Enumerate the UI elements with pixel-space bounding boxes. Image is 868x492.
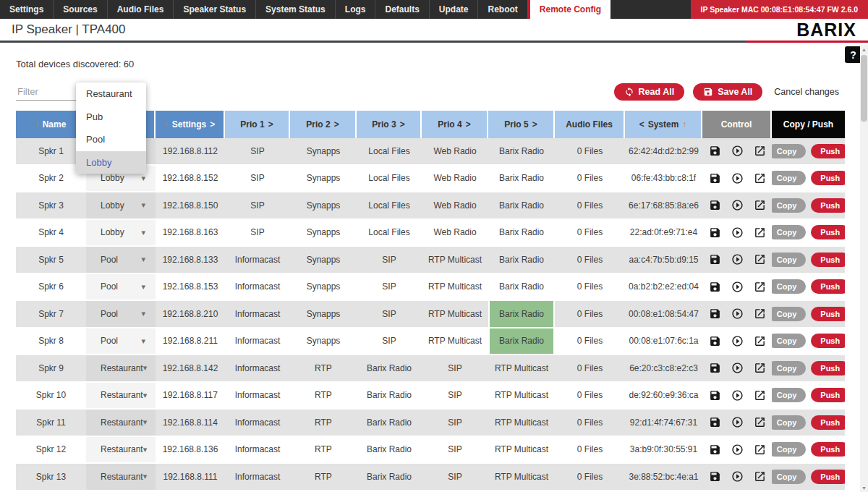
- copy-button[interactable]: Copy: [772, 470, 806, 484]
- row-save-button[interactable]: [709, 253, 721, 266]
- column-header-prio-2[interactable]: Prio 2>: [290, 111, 357, 138]
- row-save-button[interactable]: [709, 308, 721, 320]
- save-all-button[interactable]: Save All: [693, 83, 762, 101]
- location-option-lobby[interactable]: Lobby: [76, 151, 146, 174]
- location-select[interactable]: Lobby ▾: [86, 220, 156, 246]
- row-play-button[interactable]: [731, 444, 744, 456]
- help-icon[interactable]: ?: [845, 46, 861, 63]
- row-open-button[interactable]: [754, 172, 766, 184]
- column-header-control[interactable]: Control: [702, 111, 772, 138]
- row-play-button[interactable]: [731, 281, 744, 293]
- row-play-button[interactable]: [731, 172, 744, 184]
- row-play-button[interactable]: [731, 253, 744, 266]
- push-button[interactable]: Push: [811, 253, 845, 267]
- nav-tab-logs[interactable]: Logs: [335, 0, 375, 19]
- row-play-button[interactable]: [731, 389, 744, 402]
- push-button[interactable]: Push: [811, 171, 845, 185]
- location-select[interactable]: Lobby ▾: [86, 192, 156, 219]
- column-header-prio-5[interactable]: Prio 5>: [488, 111, 555, 138]
- location-option-restaurant[interactable]: Restaurant: [76, 82, 146, 106]
- row-open-button[interactable]: [754, 362, 766, 374]
- column-header-settings[interactable]: ↑Settings>: [156, 111, 225, 138]
- push-button[interactable]: Push: [811, 144, 845, 158]
- scrollbar-down-arrow-icon[interactable]: ▼: [860, 483, 868, 492]
- nav-tab-remote-config[interactable]: Remote Config: [527, 0, 610, 19]
- location-select[interactable]: Pool ▾: [86, 274, 156, 300]
- row-save-button[interactable]: [709, 470, 721, 483]
- push-button[interactable]: Push: [811, 334, 845, 348]
- push-button[interactable]: Push: [811, 225, 845, 239]
- row-play-button[interactable]: [731, 362, 744, 374]
- row-open-button[interactable]: [754, 470, 766, 483]
- row-open-button[interactable]: [754, 199, 766, 211]
- copy-button[interactable]: Copy: [772, 388, 806, 402]
- copy-button[interactable]: Copy: [772, 442, 806, 457]
- column-header-prio-3[interactable]: Prio 3>: [357, 111, 422, 138]
- scrollbar-thumb[interactable]: [861, 55, 867, 122]
- push-button[interactable]: Push: [811, 442, 845, 457]
- copy-button[interactable]: Copy: [772, 279, 806, 294]
- row-save-button[interactable]: [709, 362, 721, 374]
- row-save-button[interactable]: [709, 226, 721, 239]
- row-play-button[interactable]: [731, 470, 744, 483]
- row-open-button[interactable]: [754, 226, 766, 239]
- nav-tab-sources[interactable]: Sources: [53, 0, 106, 19]
- location-select[interactable]: Pool ▾: [86, 247, 156, 273]
- row-open-button[interactable]: [754, 416, 766, 428]
- row-play-button[interactable]: [731, 226, 744, 239]
- push-button[interactable]: Push: [811, 307, 845, 321]
- row-play-button[interactable]: [731, 416, 744, 428]
- push-button[interactable]: Push: [811, 388, 845, 402]
- location-select[interactable]: Restaurant ▾: [86, 464, 156, 490]
- row-open-button[interactable]: [754, 335, 766, 347]
- location-option-pub[interactable]: Pub: [76, 106, 146, 129]
- nav-tab-audio-files[interactable]: Audio Files: [107, 0, 174, 19]
- location-option-pool[interactable]: Pool: [76, 128, 146, 151]
- row-open-button[interactable]: [754, 389, 766, 402]
- nav-tab-system-status[interactable]: System Status: [255, 0, 335, 19]
- row-save-button[interactable]: [709, 416, 721, 428]
- row-save-button[interactable]: [709, 389, 721, 402]
- row-play-button[interactable]: [731, 145, 744, 157]
- copy-button[interactable]: Copy: [772, 225, 806, 239]
- copy-button[interactable]: Copy: [772, 334, 806, 348]
- copy-button[interactable]: Copy: [772, 307, 806, 321]
- push-button[interactable]: Push: [811, 470, 845, 484]
- row-save-button[interactable]: [709, 281, 721, 293]
- row-open-button[interactable]: [754, 444, 766, 456]
- copy-button[interactable]: Copy: [772, 415, 806, 430]
- nav-tab-settings[interactable]: Settings: [0, 0, 53, 19]
- column-header-audio-files[interactable]: Audio Files: [555, 111, 625, 138]
- read-all-button[interactable]: Read All: [614, 83, 685, 101]
- cancel-changes-link[interactable]: Cancel changes: [774, 87, 839, 97]
- location-select[interactable]: Restaurant ▾: [86, 437, 156, 463]
- nav-tab-defaults[interactable]: Defaults: [375, 0, 428, 19]
- nav-tab-update[interactable]: Update: [429, 0, 478, 19]
- row-save-button[interactable]: [709, 145, 721, 157]
- copy-button[interactable]: Copy: [772, 144, 806, 158]
- vertical-scrollbar[interactable]: ▲ ▼: [860, 45, 868, 492]
- push-button[interactable]: Push: [811, 361, 845, 376]
- row-save-button[interactable]: [709, 444, 721, 456]
- location-select[interactable]: Restaurant ▾: [86, 383, 156, 409]
- location-select[interactable]: Pool ▾: [86, 328, 156, 355]
- push-button[interactable]: Push: [811, 198, 845, 213]
- nav-tab-speaker-status[interactable]: Speaker Status: [173, 0, 255, 19]
- row-play-button[interactable]: [731, 199, 744, 211]
- row-play-button[interactable]: [731, 335, 744, 347]
- row-open-button[interactable]: [754, 281, 766, 293]
- row-save-button[interactable]: [709, 335, 721, 347]
- row-save-button[interactable]: [709, 172, 721, 184]
- row-play-button[interactable]: [731, 308, 744, 320]
- copy-button[interactable]: Copy: [772, 171, 806, 185]
- copy-button[interactable]: Copy: [772, 253, 806, 267]
- column-header-prio-4[interactable]: Prio 4>: [422, 111, 488, 138]
- row-save-button[interactable]: [709, 199, 721, 211]
- row-open-button[interactable]: [754, 253, 766, 266]
- push-button[interactable]: Push: [811, 279, 845, 294]
- location-select[interactable]: Pool ▾: [86, 301, 156, 327]
- location-select[interactable]: Restaurant ▾: [86, 355, 156, 381]
- column-header-prio-1[interactable]: Prio 1>: [225, 111, 290, 138]
- row-open-button[interactable]: [754, 308, 766, 320]
- column-header-system[interactable]: <System↑: [625, 111, 702, 138]
